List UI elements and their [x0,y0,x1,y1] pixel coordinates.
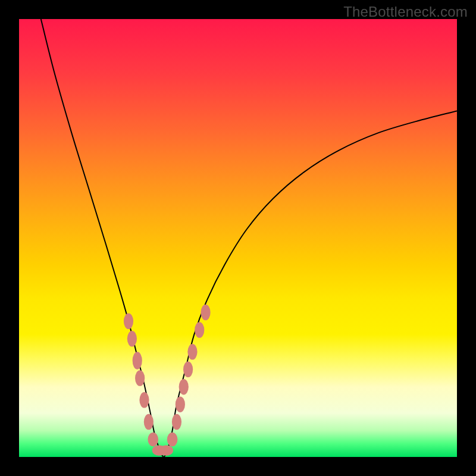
watermark-text: TheBottleneck.com [343,4,468,20]
highlight-marker [135,370,145,386]
highlight-marker [172,414,181,430]
highlight-marker [183,362,193,378]
highlight-marker [148,433,158,447]
highlight-marker [124,314,133,330]
highlight-marker [167,433,178,447]
highlight-marker [187,344,197,360]
plot-area [19,19,457,457]
highlight-marker [179,379,189,395]
highlight-marker [144,414,154,430]
highlight-marker [127,331,137,347]
highlight-marker [159,445,174,456]
bottleneck-curve [41,19,457,457]
chart-overlay [19,19,457,457]
highlight-marker [139,392,149,408]
highlight-marker [133,352,142,369]
chart-frame: TheBottleneck.com [0,0,476,476]
highlight-marker [201,305,210,321]
highlight-markers [124,305,211,456]
highlight-marker [176,396,185,412]
highlight-marker [195,322,204,338]
